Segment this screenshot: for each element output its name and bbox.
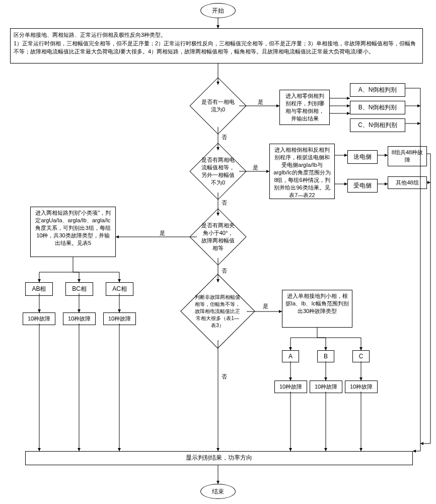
start-terminal: 开始: [200, 3, 236, 10]
